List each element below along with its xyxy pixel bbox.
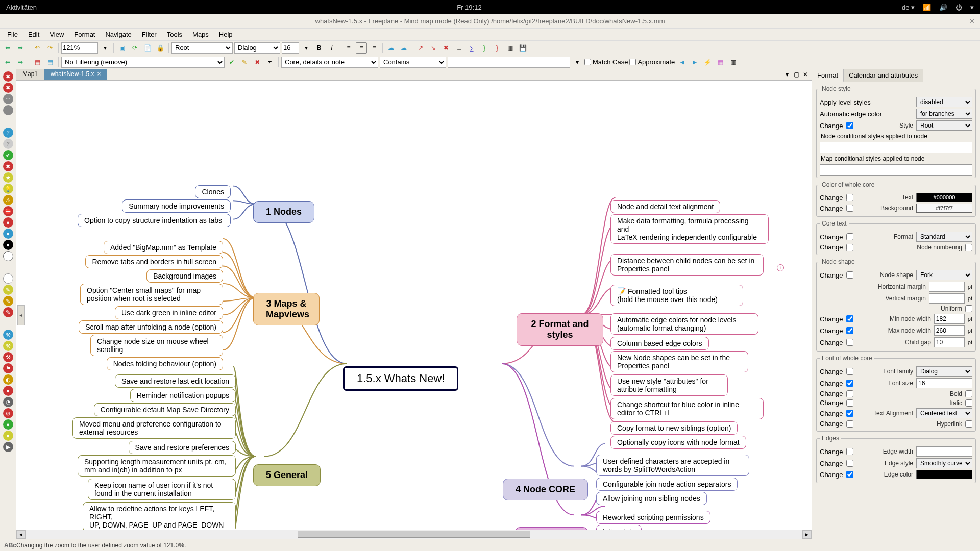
node[interactable]: Added "BigMap.mm" as Template	[104, 241, 223, 254]
filter-b-icon[interactable]: ▤	[44, 57, 56, 68]
icon-btn[interactable]: ✖	[3, 161, 13, 171]
input-lang[interactable]: de ▾	[902, 4, 915, 11]
connector-icon[interactable]: ⟂	[453, 42, 464, 54]
font-family-select2[interactable]: Dialog	[916, 366, 972, 377]
icon-btn[interactable]: 0	[3, 273, 13, 284]
root-node[interactable]: 1.5.x Whats New!	[343, 366, 458, 391]
minw-input[interactable]	[934, 314, 965, 324]
icon-btn[interactable]: ●	[3, 217, 13, 228]
node[interactable]: Keep icon name of user icon if it's not …	[88, 479, 236, 500]
filter-undo-icon[interactable]: ⬅	[2, 57, 13, 68]
cb[interactable]	[846, 420, 853, 428]
node[interactable]: 📝 Formatted tool tips (hold the mouse ov…	[610, 285, 743, 306]
filter-select[interactable]: No Filtering (remove)	[61, 57, 225, 68]
filter-op-select[interactable]: Contains	[380, 57, 446, 68]
icon-btn[interactable]: ⚒	[3, 341, 13, 351]
mcs-box[interactable]	[820, 164, 972, 176]
node[interactable]: Column based edge colors	[610, 337, 709, 350]
gap-input[interactable]	[934, 337, 965, 347]
filter-edit-icon[interactable]: ✎	[239, 57, 250, 68]
icon-btn[interactable]: ●	[3, 240, 13, 250]
cb[interactable]	[846, 471, 853, 478]
node-cat-general[interactable]: 5 General	[253, 464, 321, 486]
zoom-select[interactable]	[61, 42, 98, 54]
cb[interactable]	[846, 205, 853, 212]
spellcheck-icon[interactable]: ABc	[4, 542, 16, 549]
tab-map1[interactable]: Map1	[16, 69, 44, 80]
cb[interactable]	[846, 399, 853, 407]
close-tab-icon[interactable]: ×	[97, 70, 101, 78]
icon-btn[interactable]: ●	[3, 419, 13, 430]
text-align-select[interactable]: Centered text	[916, 408, 972, 418]
fbar-icon[interactable]: ▥	[504, 42, 516, 54]
save-all-icon[interactable]: 💾	[517, 42, 528, 54]
ncs-box[interactable]	[820, 142, 972, 153]
menu-format[interactable]: Format	[69, 30, 100, 39]
system-menu-icon[interactable]: ▾	[970, 4, 974, 11]
panel-close-icon[interactable]: ✕	[801, 70, 810, 79]
node[interactable]: Save and restore last edit location	[115, 374, 236, 388]
menu-maps[interactable]: Maps	[187, 30, 214, 39]
font-size-dropdown-icon[interactable]: ▾	[301, 42, 312, 54]
format-select[interactable]: Standard	[916, 232, 972, 242]
cloud-add-icon[interactable]: ☁	[385, 42, 397, 54]
node-cat-scripting[interactable]: 6 Scripting	[515, 527, 588, 530]
node[interactable]: Use new style "attributes" for attribute…	[610, 374, 728, 396]
node[interactable]: Scroll map after unfolding a node (optio…	[79, 320, 223, 334]
align-left-icon[interactable]: ≡	[343, 42, 354, 54]
icon-btn[interactable]: ⛔	[3, 206, 13, 216]
scroll-right-icon[interactable]: ►	[802, 530, 812, 539]
node[interactable]: Optionally copy icons with node format	[610, 436, 746, 449]
icon-btn[interactable]: ✖	[3, 83, 13, 93]
summary-remove-icon[interactable]: }	[492, 42, 503, 54]
bold-checkbox[interactable]	[965, 390, 972, 397]
encrypt-icon[interactable]: 🔒	[155, 42, 166, 54]
cb[interactable]	[846, 315, 853, 322]
select-all-icon[interactable]: ▦	[715, 57, 726, 68]
close-icon[interactable]: ✕	[969, 17, 975, 25]
cb[interactable]	[846, 339, 853, 346]
node[interactable]: Distance between child nodes can be set …	[610, 254, 764, 276]
maxw-input[interactable]	[934, 325, 965, 336]
nofilter-icon[interactable]: ▥	[727, 57, 739, 68]
link-icon[interactable]: ↗	[415, 42, 426, 54]
icon-btn[interactable]: ★	[3, 172, 13, 183]
node-cat-nodes[interactable]: 1 Nodes	[253, 201, 314, 223]
cb[interactable]	[846, 390, 853, 397]
find-prev-icon[interactable]: ◄	[676, 57, 688, 68]
icon-btn[interactable]: ⚑	[3, 363, 13, 373]
panel-tab-format[interactable]: Format	[812, 69, 844, 82]
align-center-icon[interactable]: ≡	[356, 42, 367, 54]
menu-edit[interactable]: Edit	[23, 30, 44, 39]
nav-next-icon[interactable]: ➡	[15, 42, 26, 54]
menu-file[interactable]: File	[2, 30, 23, 39]
network-icon[interactable]: 📶	[923, 4, 931, 11]
filter-clear-icon[interactable]: ✖	[252, 57, 263, 68]
cb[interactable]	[846, 448, 853, 455]
font-size-input[interactable]	[282, 42, 299, 54]
icon-btn[interactable]: ✔	[3, 150, 13, 160]
scroll-left-icon[interactable]: ◄	[16, 530, 26, 539]
node-cat-format[interactable]: 2 Format and styles	[517, 313, 603, 346]
node[interactable]: Automatic edge colors for node levels (a…	[610, 313, 758, 335]
node[interactable]: Save and restore preferences	[129, 441, 236, 454]
node[interactable]: Moved menu and preference configuration …	[72, 417, 236, 439]
node[interactable]: Remove tabs and borders in full screen	[85, 255, 223, 268]
auto-edge-select[interactable]: for branches	[916, 109, 972, 119]
node[interactable]: Clones	[195, 185, 231, 198]
cb[interactable]	[846, 460, 853, 467]
uniform-checkbox[interactable]	[965, 305, 972, 312]
icon-btn[interactable]: —	[3, 262, 13, 272]
volume-icon[interactable]: 🔊	[939, 4, 947, 11]
icon-btn[interactable]: ?	[3, 139, 13, 149]
text-color-swatch[interactable]: #000000	[916, 193, 972, 202]
edge-style-select[interactable]: Smoothly curved (	[916, 458, 972, 468]
edge-color-swatch[interactable]	[916, 470, 972, 479]
cb[interactable]	[846, 380, 853, 387]
font-family-select[interactable]: Dialog	[234, 42, 280, 54]
menu-filter[interactable]: Filter	[137, 30, 162, 39]
match-case-checkbox[interactable]	[584, 59, 591, 65]
approximate-checkbox[interactable]	[629, 59, 636, 65]
icon-btn[interactable]: —	[3, 318, 13, 329]
node[interactable]: Nodes folding behaviour (option)	[107, 357, 223, 370]
